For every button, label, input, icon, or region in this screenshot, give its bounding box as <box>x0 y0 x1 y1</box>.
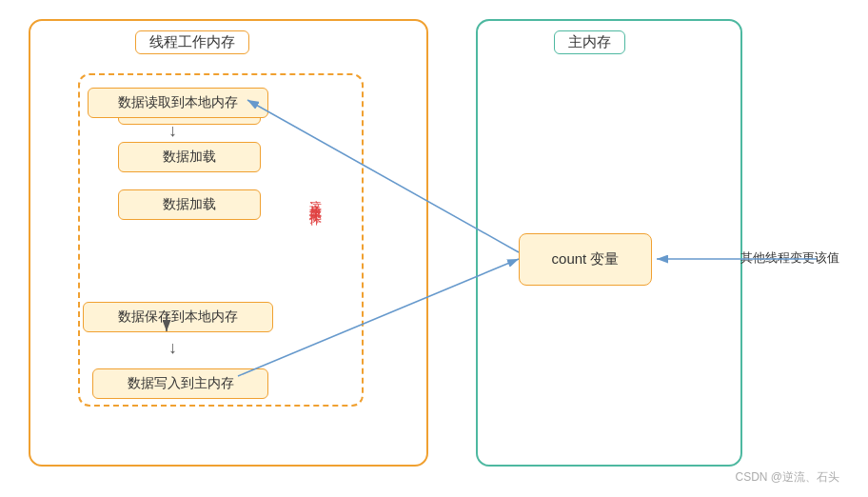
thread-memory-label: 线程工作内存 <box>135 30 249 54</box>
arrow-down-2: ↓ <box>168 338 177 358</box>
main-container: 线程工作内存 数据加载 数据加载 数据加载 数据读取到本地内存 ↓ 数据保存到本… <box>0 0 868 497</box>
watermark: CSDN @逆流、石头 <box>735 469 839 486</box>
step-read-local: 数据读取到本地内存 <box>88 88 268 118</box>
annotation-text: 这三步非原子操作 <box>305 190 326 206</box>
step-data-load-3: 数据加载 <box>118 189 261 220</box>
step-data-load-2: 数据加载 <box>118 142 261 172</box>
count-variable-box: count 变量 <box>519 233 652 286</box>
count-variable-label: count 变量 <box>552 250 620 268</box>
other-threads-label: 其他线程变更该值 <box>740 249 839 267</box>
step-write-main: 数据写入到主内存 <box>92 368 268 399</box>
thread-memory-outer-box: 线程工作内存 数据加载 数据加载 数据加载 数据读取到本地内存 ↓ 数据保存到本… <box>29 19 428 467</box>
arrow-down-1: ↓ <box>168 121 177 141</box>
step-save-local: 数据保存到本地内存 <box>83 302 273 332</box>
thread-inner-box: 数据加载 数据加载 数据加载 <box>78 73 364 407</box>
main-memory-label: 主内存 <box>554 30 625 54</box>
